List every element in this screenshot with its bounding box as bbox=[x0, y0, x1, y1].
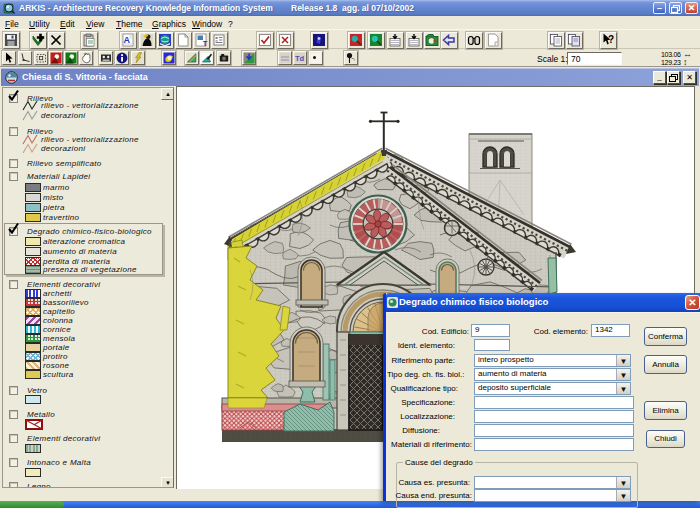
svg-text:A: A bbox=[124, 35, 131, 45]
svg-text:?: ? bbox=[608, 34, 614, 45]
svg-text:Td: Td bbox=[295, 54, 305, 63]
svg-text:T: T bbox=[203, 39, 208, 48]
